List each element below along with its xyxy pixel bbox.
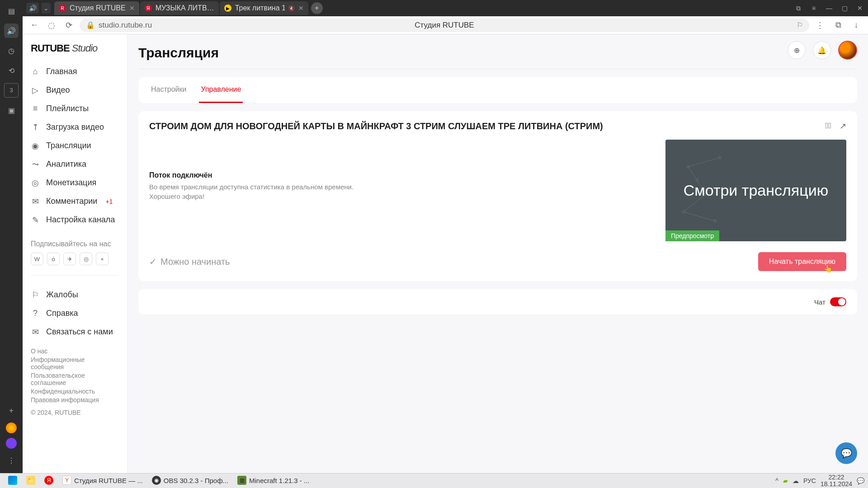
os-count-badge[interactable]: 3 [4, 83, 19, 98]
tray-chevron-icon[interactable]: ^ [775, 477, 778, 484]
nav-label: Видео [46, 85, 70, 95]
close-icon[interactable]: ✕ [129, 5, 135, 12]
header-actions: ⊕ 🔔 [788, 41, 857, 60]
share-icon[interactable]: ⚬⃝ [826, 121, 831, 131]
copyright: © 2024, RUTUBE [23, 404, 127, 422]
footer-link[interactable]: Информационные сообщения [31, 356, 119, 371]
tray-cloud-icon[interactable]: ☁ [793, 477, 799, 484]
maximize-icon[interactable]: ▢ [840, 5, 849, 12]
extensions-icon[interactable]: ⧉ [832, 19, 844, 32]
os-history-icon[interactable]: ◷ [4, 43, 19, 58]
nav-label: Связаться с нами [46, 327, 113, 337]
notifications-button[interactable]: 🔔 [813, 41, 831, 59]
browser-tab-3[interactable]: ▶ Трек литвина 1 час 🔇 ✕ [220, 1, 308, 15]
os-recent-icon[interactable]: ⟲ [4, 63, 19, 78]
upload-icon: ⤒ [31, 123, 40, 132]
money-icon: ◎ [31, 178, 40, 188]
tray-lang[interactable]: РУС [803, 477, 816, 484]
close-icon[interactable]: ✕ [298, 5, 304, 12]
status-text: Во время трансляции доступна статистика … [149, 182, 655, 201]
avatar[interactable] [838, 41, 857, 60]
sidebar-item-home[interactable]: ⌂Главная [23, 62, 127, 81]
video-icon: ▷ [31, 86, 40, 95]
close-window-icon[interactable]: ✕ [855, 5, 864, 12]
logo[interactable]: RUTUBE Studio [23, 42, 127, 62]
nav-more-icon[interactable]: ⋮ [814, 19, 826, 32]
add-content-button[interactable]: ⊕ [788, 41, 806, 59]
sidebar-item-complaints[interactable]: ⚐Жалобы [23, 286, 127, 304]
check-icon: ✓ [149, 256, 157, 267]
os-sidebar: ▤ 🔊 ◷ ⟲ 3 ▣ + ⋮ [0, 0, 23, 473]
tab-dropdown-icon[interactable]: ⌄ [42, 3, 51, 14]
address-bar[interactable]: 🔒 studio.rutube.ru Студия RUTUBE ⚐ [80, 19, 809, 32]
os-more-icon[interactable]: ⋮ [4, 453, 19, 468]
viber-icon[interactable]: ◎ [80, 253, 92, 265]
stream-title: СТРОИМ ДОМ ДЛЯ НОВОГОДНЕЙ КАРТЫ В МАЙНКР… [149, 121, 826, 131]
yandex-button[interactable]: Я [40, 472, 58, 488]
minimize-icon[interactable]: — [825, 5, 834, 12]
explorer-button[interactable]: 📁 [22, 472, 40, 488]
pip-icon[interactable]: ⧉ [794, 5, 803, 12]
preview-text: Смотри трансляцию [684, 181, 828, 200]
back-icon[interactable]: ← [28, 19, 41, 32]
os-add-icon[interactable]: + [4, 404, 19, 418]
os-sound-icon[interactable]: 🔊 [4, 23, 19, 38]
os-yandex-icon[interactable] [6, 422, 17, 433]
sidebar-item-help[interactable]: ?Справка [23, 304, 127, 323]
footer-links: О нас Информационные сообщения Пользоват… [23, 341, 127, 404]
start-stream-button[interactable]: Начать трансляцию 👆 [758, 252, 846, 271]
cursor-icon: 👆 [824, 264, 833, 273]
stream-preview[interactable]: Смотри трансляцию Предпросмотр [665, 140, 846, 241]
task-minecraft[interactable]: ▦Minecraft 1.21.3 - ... [233, 472, 314, 488]
chart-icon: ⤳ [31, 160, 40, 169]
footer-link[interactable]: Конфиденциальность [31, 388, 119, 395]
sidebar-item-playlists[interactable]: ≡Плейлисты [23, 99, 127, 118]
more-social-icon[interactable]: + [96, 253, 108, 265]
menu-icon[interactable]: ≡ [809, 5, 818, 12]
sidebar-item-upload[interactable]: ⤒Загрузка видео [23, 118, 127, 136]
start-button[interactable] [4, 472, 22, 488]
tab-mute-icon[interactable]: 🔇 [288, 5, 295, 11]
tab-settings[interactable]: Настройки [149, 77, 188, 103]
new-tab-button[interactable]: + [311, 2, 323, 14]
os-alice-icon[interactable] [6, 438, 17, 449]
settings-icon: ✎ [31, 216, 40, 225]
chat-icon: ✉ [31, 328, 40, 337]
footer-link[interactable]: О нас [31, 347, 119, 355]
tab-control[interactable]: Управление [199, 77, 243, 103]
open-external-icon[interactable]: ↗ [840, 121, 846, 131]
browser-tab-1[interactable]: R Студия RUTUBE ✕ [54, 1, 139, 15]
footer-link[interactable]: Правовая информация [31, 396, 119, 404]
sidebar-item-monetization[interactable]: ◎Монетизация [23, 174, 127, 192]
svg-line-6 [688, 158, 720, 167]
reload-icon[interactable]: ⟳ [62, 19, 75, 32]
support-fab[interactable]: 💬 [835, 442, 857, 464]
sidebar-item-streams[interactable]: ◉Трансляции [23, 136, 127, 155]
nav-label: Жалобы [46, 290, 78, 300]
os-panel-icon[interactable]: ▤ [4, 4, 19, 18]
sidebar-item-contact[interactable]: ✉Связаться с нами [23, 323, 127, 341]
ok-icon[interactable]: ȯ [47, 253, 60, 265]
downloads-icon[interactable]: ↓ [850, 19, 863, 32]
browser-tab-2[interactable]: Я МУЗЫКА ЛИТВИН 1 ЧАС [140, 1, 219, 15]
sidebar-item-analytics[interactable]: ⤳Аналитика [23, 155, 127, 174]
task-browser[interactable]: YСтудия RUTUBE — ... [58, 472, 147, 488]
flag-icon: ⚐ [31, 291, 40, 300]
footer-link[interactable]: Пользовательское соглашение [31, 372, 119, 386]
task-obs[interactable]: ◉OBS 30.2.3 - Проф... [147, 472, 233, 488]
tray-notifications-icon[interactable]: 💬 [857, 477, 864, 484]
tab-mute-icon[interactable]: 🔊 [26, 3, 39, 14]
os-gallery-icon[interactable]: ▣ [4, 103, 19, 117]
tray-nvidia-icon[interactable]: ▰ [783, 477, 788, 484]
telegram-icon[interactable]: ✈ [63, 253, 76, 265]
sidebar-item-comments[interactable]: ✉Комментарии+1 [23, 192, 127, 211]
chat-toggle[interactable] [830, 297, 846, 306]
yandex-icon[interactable]: ◌ [45, 19, 58, 32]
sidebar-item-video[interactable]: ▷Видео [23, 81, 127, 99]
bookmark-icon[interactable]: ⚐ [797, 21, 803, 29]
sidebar-item-channel-settings[interactable]: ✎Настройка канала [23, 211, 127, 229]
nav-label: Главная [46, 67, 77, 76]
url-text: studio.rutube.ru [99, 21, 152, 30]
vk-icon[interactable]: W [31, 253, 43, 265]
tray-clock[interactable]: 22:22 18.11.2024 [821, 474, 852, 488]
